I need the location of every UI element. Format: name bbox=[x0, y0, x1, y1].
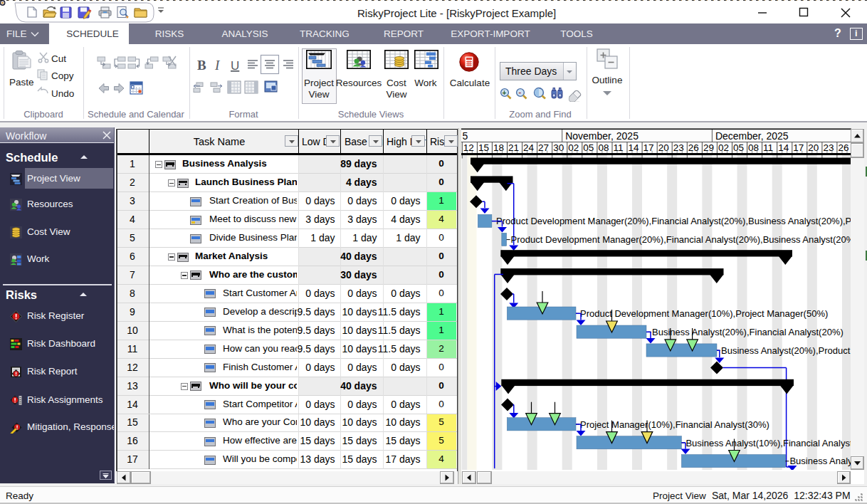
svg-text:02: 02 bbox=[568, 142, 579, 153]
svg-text:+: + bbox=[503, 89, 507, 97]
svg-text:24: 24 bbox=[523, 142, 535, 153]
svg-text:12: 12 bbox=[463, 142, 474, 153]
svg-text:November, 2025: November, 2025 bbox=[565, 130, 639, 142]
svg-text:17: 17 bbox=[643, 142, 654, 153]
svg-text:Business Analyst(20%),Product: Business Analyst(20%),Product bbox=[721, 345, 851, 356]
svg-text:08: 08 bbox=[598, 142, 609, 153]
svg-text:Product Development Manager(20: Product Development Manager(20%),Financi… bbox=[496, 216, 851, 226]
svg-text:27: 27 bbox=[538, 142, 549, 153]
svg-text:02: 02 bbox=[718, 142, 729, 153]
svg-text:14: 14 bbox=[629, 142, 640, 153]
svg-text:Business Analy: Business Analy bbox=[789, 456, 851, 466]
svg-text:29: 29 bbox=[703, 142, 714, 153]
svg-text:Business Analyst(10%),Financia: Business Analyst(10%),Financial Analyst bbox=[685, 438, 851, 448]
svg-text:05: 05 bbox=[733, 142, 744, 153]
svg-text:15: 15 bbox=[478, 142, 489, 153]
svg-text:20: 20 bbox=[808, 142, 819, 153]
svg-text:I: I bbox=[214, 58, 221, 73]
svg-text:Product Development Manager(10: Product Development Manager(10%),Project… bbox=[580, 308, 828, 319]
svg-text:26: 26 bbox=[688, 142, 699, 153]
svg-text:B: B bbox=[197, 58, 206, 73]
svg-text:11: 11 bbox=[763, 142, 773, 153]
svg-text:23: 23 bbox=[823, 142, 834, 153]
svg-text:18: 18 bbox=[493, 142, 504, 153]
svg-text:Business Analyst(20%),Financia: Business Analyst(20%),Financial Analyst(… bbox=[652, 327, 844, 337]
svg-text:26: 26 bbox=[838, 142, 848, 153]
svg-text:Project Manager(10%),Financial: Project Manager(10%),Financial Analyst(3… bbox=[580, 419, 769, 430]
svg-text:-: - bbox=[519, 88, 522, 96]
svg-text:5: 5 bbox=[463, 130, 468, 142]
svg-text:December, 2025: December, 2025 bbox=[715, 130, 789, 142]
svg-text:05: 05 bbox=[583, 142, 594, 153]
svg-text:14: 14 bbox=[778, 142, 789, 153]
svg-text:23: 23 bbox=[673, 142, 684, 153]
svg-text:17: 17 bbox=[793, 142, 804, 153]
svg-text:08: 08 bbox=[748, 142, 759, 153]
svg-text:11: 11 bbox=[614, 142, 624, 153]
svg-text:Product Development Manager(20: Product Development Manager(20%),Financi… bbox=[511, 234, 851, 245]
svg-text:U: U bbox=[231, 59, 239, 73]
svg-text:21: 21 bbox=[508, 142, 519, 153]
svg-text:20: 20 bbox=[658, 142, 669, 153]
svg-text:30: 30 bbox=[553, 142, 564, 153]
